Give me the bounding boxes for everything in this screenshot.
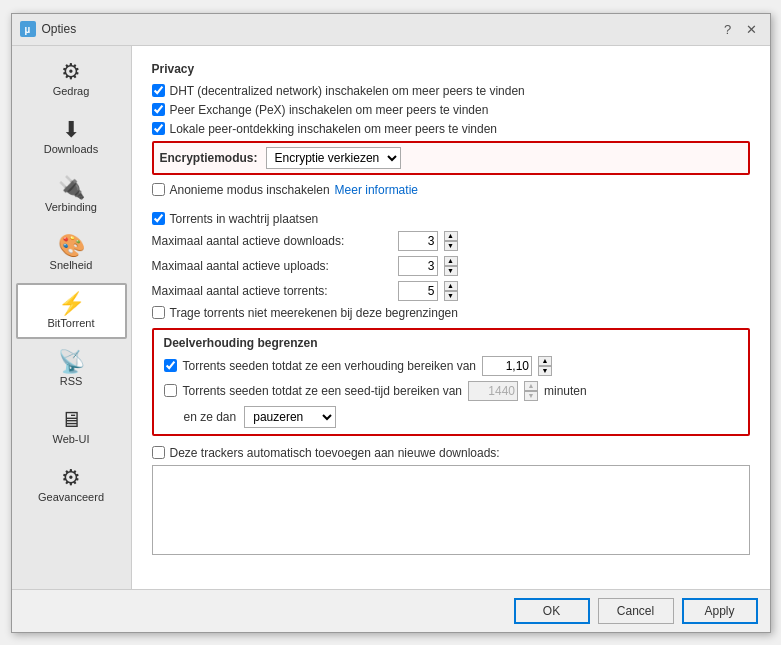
- sidebar-label-downloads: Downloads: [44, 143, 98, 155]
- sidebar-item-downloads[interactable]: ⬇ Downloads: [16, 109, 127, 165]
- and-then-row: en ze dan pauzeren stoppen verwijderen: [164, 406, 738, 428]
- close-button[interactable]: ✕: [742, 19, 762, 39]
- sidebar-item-webui[interactable]: 🖥 Web-UI: [16, 399, 127, 455]
- and-then-select[interactable]: pauzeren stoppen verwijderen: [244, 406, 336, 428]
- encryptie-row: Encryptiemodus: Encryptie verkiezen Vers…: [152, 141, 750, 175]
- max-downloads-down[interactable]: ▼: [444, 241, 458, 251]
- max-uploads-down[interactable]: ▼: [444, 266, 458, 276]
- sidebar-label-gedrag: Gedrag: [53, 85, 90, 97]
- dht-checkbox[interactable]: [152, 84, 165, 97]
- snelheid-icon: 🎨: [58, 235, 85, 257]
- tracker-row: Deze trackers automatisch toevoegen aan …: [152, 446, 750, 460]
- seed-ratio-up[interactable]: ▲: [538, 356, 552, 366]
- seed-time-up[interactable]: ▲: [524, 381, 538, 391]
- app-icon: µ: [20, 21, 36, 37]
- lokale-row: Lokale peer-ontdekking inschakelen om me…: [152, 122, 750, 136]
- seed-time-label[interactable]: Torrents seeden totdat ze een seed-tijd …: [183, 384, 463, 398]
- lokale-label[interactable]: Lokale peer-ontdekking inschakelen om me…: [170, 122, 498, 136]
- sidebar-item-bittorrent[interactable]: ⚡ BitTorrent: [16, 283, 127, 339]
- anoniem-checkbox[interactable]: [152, 183, 165, 196]
- trage-checkbox[interactable]: [152, 306, 165, 319]
- max-torrents-input[interactable]: [398, 281, 438, 301]
- max-downloads-up[interactable]: ▲: [444, 231, 458, 241]
- sidebar-item-snelheid[interactable]: 🎨 Snelheid: [16, 225, 127, 281]
- encryptie-label: Encryptiemodus:: [160, 151, 258, 165]
- webui-icon: 🖥: [60, 409, 82, 431]
- tracker-section: Deze trackers automatisch toevoegen aan …: [152, 446, 750, 558]
- content-area: ⚙ Gedrag ⬇ Downloads 🔌 Verbinding 🎨 Snel…: [12, 46, 770, 589]
- tracker-textarea[interactable]: [152, 465, 750, 555]
- max-downloads-label: Maximaal aantal actieve downloads:: [152, 234, 392, 248]
- ok-button[interactable]: OK: [514, 598, 590, 624]
- meer-informatie-link[interactable]: Meer informatie: [335, 183, 418, 197]
- wachtrij-label[interactable]: Torrents in wachtrij plaatsen: [170, 212, 319, 226]
- lokale-checkbox[interactable]: [152, 122, 165, 135]
- and-then-label: en ze dan: [184, 410, 237, 424]
- wachtrij-row: Torrents in wachtrij plaatsen: [152, 212, 750, 226]
- geavanceerd-icon: ⚙: [61, 467, 81, 489]
- max-torrents-spinners: ▲ ▼: [444, 281, 458, 301]
- rss-icon: 📡: [58, 351, 85, 373]
- trage-row: Trage torrents niet meerekenen bij deze …: [152, 306, 750, 320]
- seed-time-input[interactable]: [468, 381, 518, 401]
- privacy-title: Privacy: [152, 62, 750, 76]
- seed-ratio-row: Torrents seeden totdat ze een verhouding…: [164, 356, 738, 376]
- seed-ratio-spinners: ▲ ▼: [538, 356, 552, 376]
- max-uploads-input[interactable]: [398, 256, 438, 276]
- trage-label[interactable]: Trage torrents niet meerekenen bij deze …: [170, 306, 458, 320]
- pex-row: Peer Exchange (PeX) inschakelen om meer …: [152, 103, 750, 117]
- seed-ratio-input[interactable]: [482, 356, 532, 376]
- deelverhouding-section: Deelverhouding begrenzen Torrents seeden…: [152, 328, 750, 436]
- window-title: Opties: [42, 22, 718, 36]
- wachtrij-checkbox[interactable]: [152, 212, 165, 225]
- seed-time-checkbox[interactable]: [164, 384, 177, 397]
- sidebar-label-geavanceerd: Geavanceerd: [38, 491, 104, 503]
- bittorrent-icon: ⚡: [58, 293, 85, 315]
- seed-ratio-checkbox[interactable]: [164, 359, 177, 372]
- max-torrents-label: Maximaal aantal actieve torrents:: [152, 284, 392, 298]
- max-torrents-up[interactable]: ▲: [444, 281, 458, 291]
- main-panel: Privacy DHT (decentralized network) insc…: [132, 46, 770, 589]
- max-downloads-spinners: ▲ ▼: [444, 231, 458, 251]
- pex-label[interactable]: Peer Exchange (PeX) inschakelen om meer …: [170, 103, 489, 117]
- sidebar-label-snelheid: Snelheid: [50, 259, 93, 271]
- sidebar-label-webui: Web-UI: [52, 433, 89, 445]
- seed-time-down[interactable]: ▼: [524, 391, 538, 401]
- max-uploads-up[interactable]: ▲: [444, 256, 458, 266]
- apply-button[interactable]: Apply: [682, 598, 758, 624]
- verbinding-icon: 🔌: [58, 177, 85, 199]
- gedrag-icon: ⚙: [61, 61, 81, 83]
- max-torrents-row: Maximaal aantal actieve torrents: ▲ ▼: [152, 281, 750, 301]
- title-bar-controls: ? ✕: [718, 19, 762, 39]
- tracker-checkbox[interactable]: [152, 446, 165, 459]
- encryptie-select[interactable]: Encryptie verkiezen Versleuteld Verplich…: [266, 147, 401, 169]
- anoniem-label[interactable]: Anonieme modus inschakelen: [170, 183, 330, 197]
- seed-time-spinners: ▲ ▼: [524, 381, 538, 401]
- max-uploads-row: Maximaal aantal actieve uploads: ▲ ▼: [152, 256, 750, 276]
- deelverhouding-title: Deelverhouding begrenzen: [164, 336, 738, 350]
- max-torrents-down[interactable]: ▼: [444, 291, 458, 301]
- sidebar-label-rss: RSS: [60, 375, 83, 387]
- max-downloads-row: Maximaal aantal actieve downloads: ▲ ▼: [152, 231, 750, 251]
- pex-checkbox[interactable]: [152, 103, 165, 116]
- seed-ratio-label[interactable]: Torrents seeden totdat ze een verhouding…: [183, 359, 477, 373]
- max-downloads-input[interactable]: [398, 231, 438, 251]
- seed-time-unit: minuten: [544, 384, 587, 398]
- main-window: µ Opties ? ✕ ⚙ Gedrag ⬇ Downloads 🔌 Verb…: [11, 13, 771, 633]
- help-button[interactable]: ?: [718, 19, 738, 39]
- sidebar-item-rss[interactable]: 📡 RSS: [16, 341, 127, 397]
- sidebar-item-verbinding[interactable]: 🔌 Verbinding: [16, 167, 127, 223]
- sidebar-label-verbinding: Verbinding: [45, 201, 97, 213]
- sidebar: ⚙ Gedrag ⬇ Downloads 🔌 Verbinding 🎨 Snel…: [12, 46, 132, 589]
- tracker-label[interactable]: Deze trackers automatisch toevoegen aan …: [170, 446, 500, 460]
- cancel-button[interactable]: Cancel: [598, 598, 674, 624]
- max-uploads-spinners: ▲ ▼: [444, 256, 458, 276]
- dht-label[interactable]: DHT (decentralized network) inschakelen …: [170, 84, 525, 98]
- downloads-icon: ⬇: [62, 119, 80, 141]
- sidebar-item-gedrag[interactable]: ⚙ Gedrag: [16, 51, 127, 107]
- dht-row: DHT (decentralized network) inschakelen …: [152, 84, 750, 98]
- title-bar: µ Opties ? ✕: [12, 14, 770, 46]
- seed-ratio-down[interactable]: ▼: [538, 366, 552, 376]
- sidebar-item-geavanceerd[interactable]: ⚙ Geavanceerd: [16, 457, 127, 513]
- seed-time-row: Torrents seeden totdat ze een seed-tijd …: [164, 381, 738, 401]
